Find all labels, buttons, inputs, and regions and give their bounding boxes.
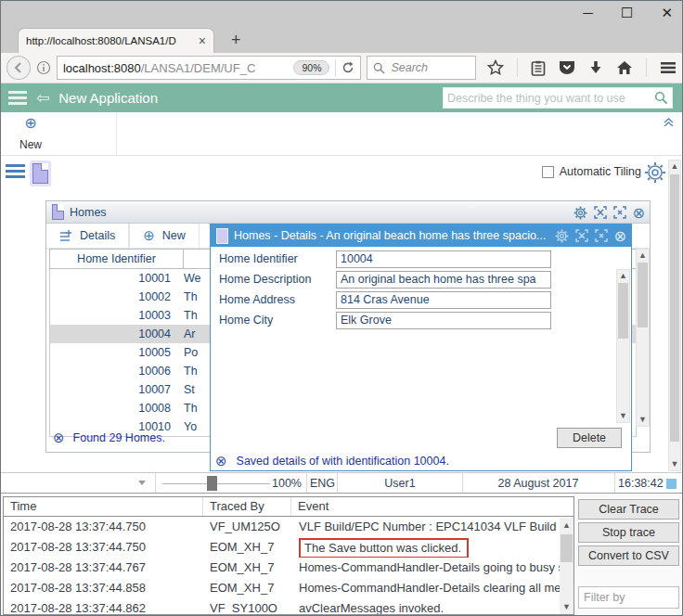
user-indicator: User1 <box>338 477 462 490</box>
trace-scrollbar[interactable]: ▲ ▼ <box>560 518 573 615</box>
automatic-tiling-checkbox[interactable] <box>542 166 554 178</box>
app-menu-icon[interactable] <box>8 91 27 105</box>
site-info-icon[interactable] <box>36 60 51 75</box>
browser-tab[interactable]: http://localhost:8080/LANSA1/D × <box>18 28 214 53</box>
search-bar[interactable]: Search <box>367 56 476 80</box>
status-dropdown[interactable] <box>1 473 156 493</box>
dialog-scrollbar[interactable]: ▲ ▼ <box>616 269 630 423</box>
homes-expand-icon[interactable] <box>594 206 607 219</box>
window-minimize-button[interactable]: ─ <box>583 5 593 21</box>
convert-to-csv-button[interactable]: Convert to CSV <box>578 545 679 566</box>
dialog-expand-icon[interactable] <box>575 229 588 242</box>
plus-circle-icon: ⊕ <box>143 227 155 244</box>
zoom-slider-handle[interactable] <box>207 476 217 491</box>
home-identifier-field[interactable]: 10004 <box>336 250 551 268</box>
homes-window-title: Homes <box>70 206 107 219</box>
app-search-icon[interactable] <box>654 91 668 105</box>
tab-title: http://localhost:8080/LANSA1/D <box>26 35 193 46</box>
homes-new-button[interactable]: ⊕ New <box>129 224 200 249</box>
home-icon[interactable] <box>616 60 633 75</box>
window-maximize-button[interactable]: ☐ <box>621 5 633 21</box>
page-zoom-badge[interactable]: 90% <box>293 60 329 75</box>
event-column-header[interactable]: Event <box>291 497 573 516</box>
homes-tile-icon[interactable] <box>613 206 626 219</box>
downloads-icon[interactable] <box>588 60 603 75</box>
home-address-field[interactable]: 814 Cras Avenue <box>336 291 551 309</box>
field-label: Home Identifier <box>219 252 298 265</box>
homes-details-dialog: Homes - Details - An original beach home… <box>210 224 632 471</box>
home-city-field[interactable]: Elk Grove <box>336 312 551 329</box>
details-form-icon <box>59 230 72 242</box>
stop-trace-button[interactable]: Stop trace <box>578 522 679 543</box>
dialog-settings-gear-icon[interactable] <box>555 229 569 243</box>
field-label: Home City <box>219 314 273 327</box>
language-indicator: ENG <box>310 477 335 490</box>
highlighted-event: The Save button was clicked. <box>299 538 469 558</box>
menu-icon[interactable] <box>660 61 677 74</box>
app-title: New Application <box>58 90 158 106</box>
url-bar[interactable]: localhost:8080/LANSA1/DEM/UF_C 90% <box>57 56 362 80</box>
status-indicator-square <box>666 479 677 489</box>
homes-close-icon[interactable]: ⊗ <box>633 206 645 220</box>
trace-row-highlighted[interactable]: 2017-08-28 13:37:44.750 EOM_XH_7 The Sav… <box>4 537 573 558</box>
browser-window: ─ ☐ ✕ http://localhost:8080/LANSA1/D × +… <box>0 0 683 616</box>
homes-application-icon[interactable] <box>30 160 51 186</box>
reading-list-icon[interactable] <box>531 60 546 76</box>
home-identifier-column-header[interactable]: Home Identifier <box>50 250 184 268</box>
field-label: Home Description <box>219 273 311 286</box>
dialog-tile-icon[interactable] <box>595 229 608 242</box>
home-description-field[interactable]: An original beach home has three spa <box>336 271 551 289</box>
dialog-close-icon[interactable]: ⊗ <box>614 229 626 243</box>
document-icon <box>216 228 228 244</box>
ribbon-new-button[interactable]: ⊕ New <box>10 115 51 153</box>
trace-row[interactable]: 2017-08-28 13:37:44.862 VF_SY100O avClea… <box>4 598 573 615</box>
dialog-title: Homes - Details - An original beach home… <box>234 229 549 242</box>
bookmark-star-icon[interactable] <box>487 59 504 76</box>
message-close-icon[interactable]: ⊗ <box>215 454 227 468</box>
homes-window-titlebar[interactable]: Homes ⊗ <box>46 201 650 224</box>
date-indicator: 28 August 2017 <box>462 477 614 490</box>
back-button[interactable] <box>6 56 31 80</box>
trace-row[interactable]: 2017-08-28 13:37:44.767 EOM_XH_7 Homes-C… <box>4 558 573 578</box>
workspace-settings-gear-icon[interactable] <box>644 161 666 184</box>
tab-close-icon[interactable]: × <box>199 33 206 48</box>
status-bar: 100% ENG User1 28 August 2017 16:38:42 <box>1 472 682 494</box>
app-search-box[interactable] <box>443 87 673 109</box>
tab-bar: http://localhost:8080/LANSA1/D × + <box>1 26 682 53</box>
reload-icon[interactable] <box>342 61 354 74</box>
url-text: localhost:8080/LANSA1/DEM/UF_C <box>63 61 289 75</box>
trace-row[interactable]: 2017-08-28 13:37:44.750 VF_UM125O VLF Bu… <box>4 517 573 537</box>
traced-by-column-header[interactable]: Traced By <box>203 497 291 516</box>
dialog-titlebar[interactable]: Homes - Details - An original beach home… <box>211 225 631 247</box>
main-vertical-scrollbar[interactable]: ▲ ▼ <box>668 160 681 471</box>
homes-table-scrollbar[interactable]: ▲ ▼ <box>636 249 650 427</box>
app-back-icon[interactable]: ⇦ <box>36 88 49 108</box>
window-close-button[interactable]: ✕ <box>661 5 673 21</box>
message-close-icon[interactable]: ⊗ <box>53 430 65 444</box>
trace-row[interactable]: 2017-08-28 13:37:44.858 EOM_XH_7 Homes-C… <box>4 578 573 598</box>
framework-menu-icon[interactable] <box>6 164 25 179</box>
field-label: Home Address <box>219 293 295 306</box>
details-button[interactable]: Details <box>46 224 129 249</box>
trace-panel: Time Traced By Event 2017-08-28 13:37:44… <box>1 494 682 616</box>
collapse-ribbon-icon[interactable] <box>663 116 675 128</box>
search-placeholder: Search <box>391 61 428 74</box>
clear-trace-button[interactable]: Clear Trace <box>578 499 679 520</box>
filter-by-input[interactable]: Filter by <box>578 586 679 609</box>
app-search-input[interactable] <box>447 92 654 105</box>
pocket-shield-icon[interactable] <box>559 60 575 75</box>
zoom-level: 100% <box>272 477 302 490</box>
homes-settings-gear-icon[interactable] <box>573 206 587 220</box>
delete-button[interactable]: Delete <box>557 428 622 448</box>
document-icon <box>52 204 64 220</box>
trace-table-header[interactable]: Time Traced By Event <box>4 497 573 517</box>
details-button-label: Details <box>80 229 115 242</box>
app-header: ⇦ New Application <box>1 83 682 112</box>
dialog-status-message: Saved details of with identification 100… <box>237 455 449 468</box>
time-column-header[interactable]: Time <box>4 497 203 516</box>
url-path: /LANSA1/DEM/UF_C <box>141 61 256 75</box>
navigation-bar: localhost:8080/LANSA1/DEM/UF_C 90% Searc… <box>1 53 682 83</box>
new-tab-button[interactable]: + <box>224 31 249 50</box>
search-icon <box>373 62 385 74</box>
ribbon-new-label: New <box>19 138 42 151</box>
